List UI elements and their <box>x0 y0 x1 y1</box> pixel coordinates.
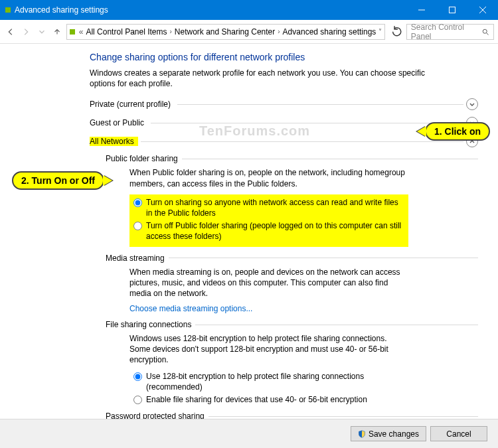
profile-private[interactable]: Private (current profile) <box>90 98 478 110</box>
back-button[interactable] <box>4 24 17 40</box>
profile-label: All Networks <box>90 137 138 146</box>
chevron-right-icon: › <box>278 28 280 35</box>
content-area: Change sharing options for different net… <box>0 44 498 419</box>
forward-button[interactable] <box>19 24 32 40</box>
section-description: Windows uses 128-bit encryption to help … <box>129 333 408 366</box>
save-changes-button[interactable]: Save changes <box>351 426 426 441</box>
svg-rect-1 <box>450 7 456 13</box>
breadcrumb-item[interactable]: Advanced sharing settings <box>283 27 376 37</box>
radio-input[interactable] <box>133 222 142 230</box>
profile-label: Private (current profile) <box>90 100 175 109</box>
radio-128bit[interactable]: Use 128-bit encryption to help protect f… <box>133 371 408 392</box>
breadcrumb-item[interactable]: Network and Sharing Center <box>175 27 275 37</box>
profile-guest[interactable]: Guest or Public <box>90 117 478 129</box>
radio-input[interactable] <box>133 198 142 207</box>
radio-public-off[interactable]: Turn off Public folder sharing (people l… <box>133 220 404 242</box>
breadcrumb-overflow[interactable]: « <box>79 27 84 37</box>
breadcrumb[interactable]: « All Control Panel Items › Network and … <box>66 24 386 40</box>
radio-label: Enable file sharing for devices that use… <box>146 394 408 405</box>
section-title: Media streaming <box>90 254 169 263</box>
page-description: Windows creates a separate network profi… <box>90 68 428 89</box>
media-options-link[interactable]: Choose media streaming options... <box>129 304 408 313</box>
chevron-up-icon[interactable] <box>466 135 478 147</box>
section-description: When Public folder sharing is on, people… <box>129 167 408 188</box>
button-label: Save changes <box>369 429 419 439</box>
radio-input[interactable] <box>133 396 142 404</box>
search-placeholder: Search Control Panel <box>411 23 481 41</box>
window-title: Advanced sharing settings <box>15 5 108 15</box>
section-title: Public folder sharing <box>90 154 182 163</box>
shield-icon <box>358 430 366 438</box>
section-media-streaming: Media streaming <box>90 254 478 263</box>
minimize-button[interactable] <box>406 0 437 20</box>
radio-label: Turn on sharing so anyone with network a… <box>146 197 404 218</box>
refresh-button[interactable] <box>390 24 403 40</box>
radio-input[interactable] <box>133 372 142 381</box>
file-sharing-options: Use 128-bit encryption to help protect f… <box>129 371 408 406</box>
svg-line-5 <box>487 33 489 35</box>
window-controls <box>406 0 498 20</box>
chevron-down-icon[interactable] <box>466 98 478 110</box>
breadcrumb-item[interactable]: All Control Panel Items <box>86 27 167 37</box>
up-button[interactable] <box>50 24 63 40</box>
section-public-folder: Public folder sharing <box>90 154 478 163</box>
title-bar: Advanced sharing settings <box>0 0 498 20</box>
nav-bar: « All Control Panel Items › Network and … <box>0 20 498 44</box>
page-title: Change sharing options for different net… <box>90 52 478 62</box>
search-icon <box>481 28 489 36</box>
section-title: File sharing connections <box>90 320 195 329</box>
section-description: When media streaming is on, people and d… <box>129 267 408 299</box>
search-input[interactable]: Search Control Panel <box>406 24 494 40</box>
svg-point-4 <box>483 29 487 33</box>
section-password-protected: Password protected sharing <box>90 411 478 419</box>
profile-all-networks[interactable]: All Networks <box>90 135 478 147</box>
close-button[interactable] <box>467 0 498 20</box>
bottom-bar: Save changes Cancel <box>0 419 498 448</box>
chevron-down-icon[interactable] <box>466 117 478 129</box>
chevron-right-icon: › <box>170 28 172 35</box>
breadcrumb-icon <box>70 29 75 35</box>
public-folder-options: Turn on sharing so anyone with network a… <box>129 194 408 247</box>
cancel-button[interactable]: Cancel <box>430 426 487 441</box>
radio-label: Turn off Public folder sharing (people l… <box>146 220 404 242</box>
radio-40-56bit[interactable]: Enable file sharing for devices that use… <box>133 394 408 405</box>
radio-label: Use 128-bit encryption to help protect f… <box>146 371 408 392</box>
recent-dropdown-icon[interactable] <box>35 24 48 40</box>
maximize-button[interactable] <box>437 0 467 20</box>
section-title: Password protected sharing <box>90 411 208 419</box>
section-file-sharing: File sharing connections <box>90 320 478 329</box>
radio-public-on[interactable]: Turn on sharing so anyone with network a… <box>133 197 404 218</box>
profile-label: Guest or Public <box>90 118 148 127</box>
chevron-down-icon[interactable]: ˅ <box>378 28 382 35</box>
button-label: Cancel <box>446 429 471 439</box>
window-icon <box>5 7 11 13</box>
